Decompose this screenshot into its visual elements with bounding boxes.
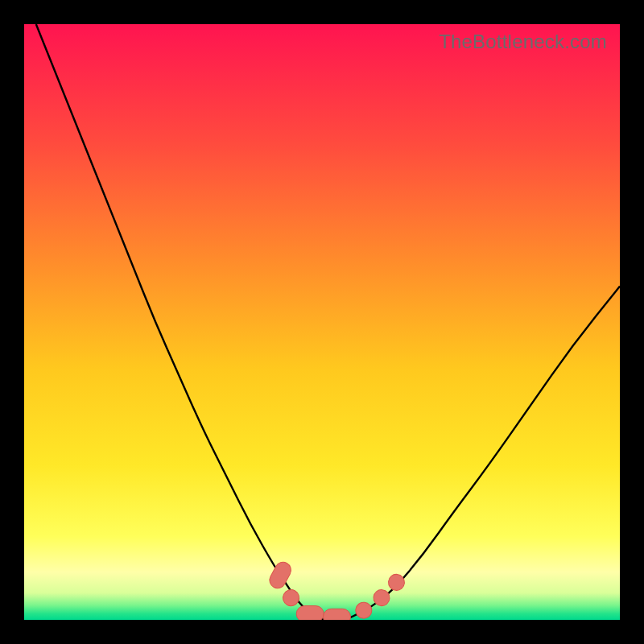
- bottleneck-curve: [36, 24, 620, 620]
- chart-frame: TheBottleneck.com: [24, 24, 620, 620]
- curve-marker: [385, 571, 407, 593]
- curve-marker: [353, 599, 375, 620]
- curve-marker: [266, 559, 294, 591]
- curve-marker: [324, 609, 351, 620]
- chart-svg: [24, 24, 620, 620]
- curve-marker: [296, 606, 324, 620]
- watermark-text: TheBottleneck.com: [439, 31, 607, 53]
- curve-marker: [280, 587, 302, 609]
